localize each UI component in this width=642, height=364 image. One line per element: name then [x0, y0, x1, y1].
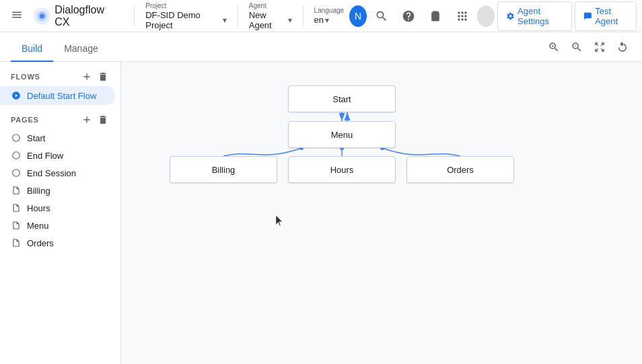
flows-section-header: FLOWS [0, 62, 120, 86]
help-button[interactable] [396, 4, 421, 28]
language-label: Language [314, 7, 345, 14]
node-hours[interactable]: Hours [288, 156, 396, 183]
node-orders-label: Orders [447, 165, 474, 175]
topbar: Dialogflow CX Project DF-SID Demo Projec… [0, 0, 642, 32]
cursor-indicator [276, 215, 284, 229]
page-hours-label: Hours [27, 203, 50, 213]
project-value: DF-SID Demo Project [145, 10, 221, 30]
zoom-out-button[interactable] [568, 38, 585, 56]
svg-point-5 [13, 170, 20, 177]
canvas[interactable]: Start Menu Billing Hours Orders [121, 62, 642, 364]
page-end-flow-label: End Flow [27, 151, 63, 161]
test-agent-label: Test Agent [595, 6, 628, 26]
sidebar-item-end-flow[interactable]: End Flow [0, 147, 120, 164]
billing-page-icon [11, 185, 22, 196]
node-menu[interactable]: Menu [288, 121, 396, 148]
menu-page-icon [11, 220, 22, 231]
language-value: en [314, 15, 324, 25]
node-menu-label: Menu [331, 130, 353, 140]
divider3 [303, 5, 304, 27]
page-start-label: Start [27, 133, 45, 143]
pages-actions [80, 113, 110, 126]
tabs-bar: Build Manage [0, 32, 642, 62]
apps-button[interactable] [450, 4, 474, 28]
account-avatar[interactable] [477, 5, 495, 27]
timer-button[interactable] [423, 4, 448, 28]
add-flow-button[interactable] [80, 70, 94, 83]
sidebar-item-default-start-flow[interactable]: Default Start Flow [0, 86, 115, 105]
flow-icon [11, 90, 22, 101]
orders-page-icon [11, 238, 22, 248]
tab-manage[interactable]: Manage [53, 36, 109, 62]
pages-label: PAGES [11, 116, 39, 124]
project-arrow-icon: ▾ [223, 15, 227, 25]
node-start-label: Start [332, 94, 351, 104]
sidebar-item-orders[interactable]: Orders [0, 234, 120, 252]
avatar[interactable]: N [349, 5, 367, 27]
end-session-page-icon [11, 168, 22, 178]
fit-screen-button[interactable] [591, 38, 608, 56]
agent-value: New Agent [249, 10, 287, 30]
hours-page-icon [11, 203, 22, 213]
svg-point-4 [13, 152, 20, 159]
page-end-session-label: End Session [27, 168, 76, 178]
svg-point-3 [13, 135, 20, 142]
agent-settings-label: Agent Settings [518, 6, 563, 26]
tab-build[interactable]: Build [11, 36, 53, 62]
language-select[interactable]: Language en ▾ [314, 7, 345, 25]
flow-name: Default Start Flow [27, 91, 96, 101]
main-layout: FLOWS Default Start Flow PAGES [0, 62, 642, 364]
sidebar-item-hours[interactable]: Hours [0, 199, 120, 217]
pages-section-header: PAGES [0, 105, 120, 129]
flows-actions [80, 70, 110, 83]
project-label: Project [145, 2, 227, 9]
sidebar-item-start[interactable]: Start [0, 129, 120, 147]
agent-arrow-icon: ▾ [288, 15, 292, 25]
zoom-controls [545, 38, 631, 61]
page-orders-label: Orders [27, 238, 54, 248]
sidebar-item-menu[interactable]: Menu [0, 217, 120, 234]
divider [134, 5, 135, 27]
node-billing-label: Billing [212, 165, 236, 175]
agent-settings-button[interactable]: Agent Settings [497, 1, 572, 31]
agent-select[interactable]: Agent New Agent ▾ [249, 2, 292, 30]
delete-flow-button[interactable] [96, 70, 110, 83]
app-logo: Dialogflow CX [34, 4, 115, 28]
node-orders[interactable]: Orders [406, 156, 514, 183]
sidebar: FLOWS Default Start Flow PAGES [0, 62, 121, 364]
zoom-in-button[interactable] [545, 38, 563, 56]
node-billing[interactable]: Billing [170, 156, 277, 183]
topbar-right: N Agent Settings Test Agent [349, 1, 637, 31]
node-hours-label: Hours [330, 165, 354, 175]
page-billing-label: Billing [27, 186, 50, 196]
search-button[interactable] [369, 4, 394, 28]
project-select[interactable]: Project DF-SID Demo Project ▾ [145, 2, 227, 30]
add-page-button[interactable] [80, 113, 94, 126]
page-menu-label: Menu [27, 221, 49, 231]
start-page-icon [11, 133, 22, 143]
svg-point-2 [40, 13, 44, 18]
delete-page-button[interactable] [96, 113, 110, 126]
language-arrow-icon: ▾ [325, 15, 329, 25]
divider2 [238, 5, 238, 27]
flows-label: FLOWS [11, 73, 40, 81]
end-flow-page-icon [11, 150, 22, 161]
sidebar-item-billing[interactable]: Billing [0, 182, 120, 199]
sidebar-item-end-session[interactable]: End Session [0, 164, 120, 182]
menu-icon[interactable] [5, 3, 28, 28]
app-title: Dialogflow CX [55, 4, 115, 28]
agent-label: Agent [249, 2, 292, 9]
reset-zoom-button[interactable] [614, 38, 631, 56]
node-start[interactable]: Start [288, 85, 396, 112]
test-agent-button[interactable]: Test Agent [575, 1, 637, 31]
